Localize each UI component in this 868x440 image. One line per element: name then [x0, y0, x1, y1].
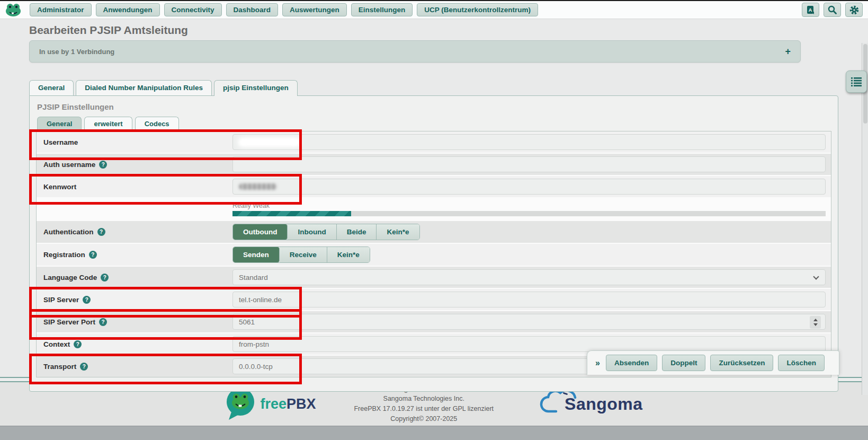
sip-server-port-value: 5061 — [239, 318, 255, 326]
row-language-code: Language Code ? Standard — [37, 267, 831, 289]
main-tabs: General Dialed Number Manipulation Rules… — [29, 80, 868, 95]
main-content: Bearbeiten PJSIP Amtsleitung In use by 1… — [0, 24, 868, 377]
subtab-general[interactable]: General — [37, 117, 82, 131]
reset-button[interactable]: Zurücksetzen — [710, 355, 773, 371]
transport-label: Transport — [43, 363, 76, 371]
pjsip-form: Username Auth username ? — [36, 131, 831, 377]
registration-label: Registration — [43, 251, 85, 259]
number-stepper[interactable] — [810, 316, 821, 329]
nav-einstellungen[interactable]: Einstellungen — [351, 3, 413, 16]
help-icon[interactable]: ? — [83, 296, 91, 304]
brand-pbx: PBX — [287, 396, 316, 412]
pjsip-subtabs: General erweitert Codecs — [37, 117, 831, 131]
subtab-codecs[interactable]: Codecs — [135, 117, 179, 131]
nav-auswertungen[interactable]: Auswertungen — [282, 3, 347, 16]
vertical-scrollbar[interactable] — [862, 43, 868, 395]
notice-expand-button[interactable]: + — [785, 47, 791, 56]
nav-dashboard[interactable]: Dashboard — [226, 3, 279, 16]
registration-senden[interactable]: Senden — [233, 247, 280, 262]
auth-username-input[interactable] — [232, 156, 826, 172]
svg-text:A: A — [809, 7, 812, 13]
sip-server-input[interactable]: tel.t-online.de — [232, 292, 826, 307]
row-password-strength: Really Weak — [37, 198, 831, 221]
language-code-label: Language Code — [43, 274, 97, 281]
bottom-strip — [0, 426, 868, 440]
step-up-icon — [813, 319, 818, 321]
redacted-kennwort-value — [239, 183, 277, 190]
tab-pjsip-einstellungen[interactable]: pjsip Einstellungen — [214, 80, 298, 96]
registration-receive[interactable]: Receive — [280, 247, 327, 262]
search-button[interactable] — [824, 3, 841, 17]
authentication-label: Authentication — [43, 228, 94, 236]
language-code-value: Standard — [239, 274, 268, 281]
language-button[interactable]: A — [802, 3, 819, 17]
section-heading: PJSIP Einstellungen — [37, 102, 831, 111]
notice-text: In use by 1 Verbindung — [39, 48, 114, 56]
auth-username-label: Auth username — [43, 161, 95, 169]
authentication-buttonset: Outbound Inbound Beide Kein*e — [232, 224, 420, 240]
nav-connectivity[interactable]: Connectivity — [164, 3, 222, 16]
registration-buttonset: Senden Receive Kein*e — [232, 247, 370, 263]
delete-button[interactable]: Löschen — [778, 355, 825, 371]
help-icon[interactable]: ? — [99, 318, 107, 326]
tab-dialed-number-rules[interactable]: Dialed Number Manipulation Rules — [76, 80, 212, 95]
subtab-erweitert[interactable]: erweitert — [84, 117, 132, 131]
strength-label: Really Weak — [232, 202, 826, 209]
nav-ucp[interactable]: UCP (Benutzerkontrollzentrum) — [417, 3, 538, 16]
registration-keine[interactable]: Kein*e — [327, 247, 370, 262]
help-icon[interactable]: ? — [101, 274, 109, 281]
row-sip-server-port: SIP Server Port ? 5061 — [37, 311, 831, 333]
list-icon — [851, 77, 862, 86]
help-icon[interactable]: ? — [99, 161, 107, 169]
username-input[interactable] — [232, 134, 826, 150]
help-icon[interactable]: ? — [80, 363, 88, 371]
search-icon — [828, 5, 837, 14]
authentication-keine[interactable]: Kein*e — [377, 224, 419, 240]
sip-server-value: tel.t-online.de — [239, 296, 282, 304]
help-icon[interactable]: ? — [97, 228, 105, 236]
sangoma-logo[interactable]: Sangoma — [532, 387, 643, 421]
toolbar-collapse-button[interactable]: » — [595, 358, 600, 368]
kennwort-input[interactable] — [232, 179, 826, 195]
language-code-select[interactable]: Standard — [232, 269, 826, 285]
row-registration: Registration ? Senden Receive Kein*e — [37, 244, 831, 267]
step-down-icon — [813, 323, 818, 326]
authentication-beide[interactable]: Beide — [337, 224, 377, 240]
username-label: Username — [43, 138, 78, 146]
duplicate-button[interactable]: Doppelt — [662, 355, 705, 371]
sip-server-label: SIP Server — [43, 296, 79, 304]
license-line-3: FreePBX 17.0.19.27 ist unter der GPL liz… — [354, 404, 494, 414]
translate-icon: A — [806, 5, 815, 15]
top-navigation-bar: Administrator Anwendungen Connectivity D… — [0, 0, 868, 19]
row-auth-username: Auth username ? — [37, 154, 831, 176]
nav-anwendungen[interactable]: Anwendungen — [96, 3, 160, 16]
freepbx-bubble-frog-icon — [225, 388, 256, 420]
freepbx-logo[interactable]: freePBX — [225, 388, 316, 420]
pjsip-settings-panel: PJSIP Einstellungen General erweitert Co… — [29, 95, 838, 392]
tab-general[interactable]: General — [29, 80, 74, 95]
authentication-inbound[interactable]: Inbound — [288, 224, 336, 240]
strength-bar-track — [232, 211, 826, 216]
settings-button[interactable] — [845, 3, 863, 17]
transport-value: 0.0.0.0-tcp — [239, 363, 273, 371]
row-kennwort: Kennwort — [37, 176, 831, 198]
row-username: Username — [37, 131, 831, 154]
context-label: Context — [43, 340, 70, 348]
nav-administrator[interactable]: Administrator — [30, 3, 92, 16]
help-icon[interactable]: ? — [74, 340, 82, 348]
authentication-outbound[interactable]: Outbound — [233, 224, 288, 240]
redacted-username-value — [239, 138, 300, 146]
kennwort-label: Kennwort — [43, 183, 76, 191]
chevron-down-icon — [813, 274, 819, 279]
side-menu-toggle[interactable] — [846, 71, 867, 93]
context-value: from-pstn — [239, 340, 269, 348]
gear-icon — [849, 5, 859, 15]
help-icon[interactable]: ? — [89, 251, 97, 259]
submit-button[interactable]: Absenden — [606, 355, 657, 371]
sip-server-port-input[interactable]: 5061 — [232, 314, 826, 330]
license-line-2: Sangoma Technologies Inc. — [354, 394, 494, 404]
sip-server-port-label: SIP Server Port — [43, 318, 95, 326]
context-input[interactable]: from-pstn — [232, 336, 826, 352]
brand-free: free — [260, 396, 287, 412]
freepbx-frog-icon[interactable] — [5, 3, 21, 17]
